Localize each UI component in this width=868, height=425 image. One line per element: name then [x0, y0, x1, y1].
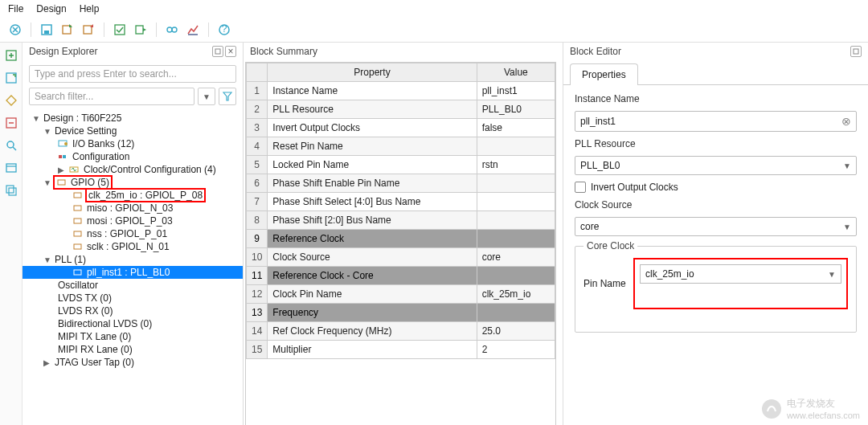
tree-gpio-0[interactable]: clk_25m_io : GPIOL_P_08	[23, 189, 243, 202]
chart-icon[interactable]	[184, 21, 202, 39]
svg-rect-18	[215, 49, 220, 54]
tree-pll-inst1[interactable]: pll_inst1 : PLL_BL0	[23, 266, 243, 279]
tree-pll[interactable]: ▼PLL (1)	[23, 253, 243, 266]
svg-rect-2	[44, 31, 49, 34]
table-row[interactable]: 8Phase Shift [2:0] Bus Name	[247, 211, 555, 230]
help-icon[interactable]: ?	[215, 21, 233, 39]
detach-editor-icon[interactable]	[850, 46, 862, 57]
table-row[interactable]: 2PLL ResourcePLL_BL0	[247, 100, 555, 119]
cancel-icon[interactable]	[6, 21, 24, 39]
diamond-icon[interactable]	[3, 92, 19, 108]
pll-resource-select[interactable]: PLL_BL0▼	[575, 156, 857, 175]
tree-mipirx[interactable]: MIPI RX Lane (0)	[23, 343, 243, 356]
tree-gpio-1[interactable]: miso : GPIOL_N_03	[23, 202, 243, 215]
table-row[interactable]: 9Reference Clock	[247, 230, 555, 248]
main-toolbar: ?	[0, 18, 868, 43]
filter-funnel-icon[interactable]	[219, 88, 236, 105]
search-input[interactable]: Type and press Enter to search...	[29, 65, 236, 83]
filter-dropdown-icon[interactable]: ▼	[198, 88, 215, 105]
svg-rect-22	[63, 155, 66, 158]
tree-device[interactable]: ▼Device Setting	[23, 125, 243, 137]
table-row[interactable]: 11Reference Clock - Core	[247, 267, 555, 285]
svg-point-32	[762, 399, 781, 419]
core-clock-group: Core Clock Pin Name clk_25m_io▼	[575, 246, 857, 333]
instance-name-field[interactable]: pll_inst1⊗	[575, 111, 857, 132]
block-editor-panel: Block Editor Properties Instance Name pl…	[563, 43, 868, 425]
tab-properties[interactable]: Properties	[570, 63, 638, 85]
tree-iobanks[interactable]: I/O Banks (12)	[23, 137, 243, 150]
filter-input[interactable]: Search filter...	[29, 88, 194, 105]
save-icon[interactable]	[38, 21, 55, 39]
chevron-down-icon: ▼	[828, 270, 836, 279]
svg-rect-21	[59, 155, 62, 158]
add2-icon[interactable]	[3, 70, 19, 86]
menu-design[interactable]: Design	[36, 3, 66, 14]
run-icon[interactable]	[132, 21, 149, 39]
table-row[interactable]: 4Reset Pin Name	[247, 137, 555, 156]
design-tree[interactable]: ▼Design : Ti60F225 ▼Device Setting I/O B…	[23, 110, 243, 425]
instance-name-label: Instance Name	[575, 93, 857, 104]
table-row[interactable]: 13Frequency	[247, 304, 555, 322]
menu-help[interactable]: Help	[80, 3, 100, 14]
table-row[interactable]: 3Invert Output Clocksfalse	[247, 119, 555, 137]
tree-gpio-2[interactable]: mosi : GPIOL_P_03	[23, 215, 243, 227]
import-icon[interactable]	[59, 21, 76, 39]
svg-rect-25	[74, 193, 81, 198]
pin-name-label: Pin Name	[583, 278, 628, 289]
svg-text:?: ?	[222, 23, 227, 35]
tree-gpio-3[interactable]: nss : GPIOL_P_01	[23, 227, 243, 240]
table-row[interactable]: 7Phase Shift Select [4:0] Bus Name	[247, 193, 555, 211]
tree-gpio[interactable]: ▼GPIO (5)	[23, 176, 243, 189]
svg-rect-30	[74, 270, 81, 275]
table-row[interactable]: 5Locked Pin Namerstn	[247, 156, 555, 174]
svg-rect-16	[6, 186, 14, 193]
invert-checkbox[interactable]	[575, 182, 586, 193]
tree-lvdstx[interactable]: LVDS TX (0)	[23, 292, 243, 304]
pin-name-select[interactable]: clk_25m_io▼	[640, 264, 841, 284]
clear-icon[interactable]: ⊗	[841, 115, 851, 128]
svg-rect-15	[6, 164, 16, 172]
table-row[interactable]: 6Phase Shift Enable Pin Name	[247, 174, 555, 193]
table-row[interactable]: 14Ref Clock Frequency (MHz)25.0	[247, 322, 555, 341]
tree-jtag[interactable]: ▶JTAG User Tap (0)	[23, 356, 243, 369]
svg-rect-6	[136, 26, 143, 34]
tree-bilvds[interactable]: Bidirectional LVDS (0)	[23, 317, 243, 330]
design-explorer-panel: Design Explorer × Type and press Enter t…	[23, 43, 244, 425]
search-icon[interactable]	[3, 137, 19, 153]
delete-icon[interactable]	[3, 115, 19, 131]
detach-icon[interactable]	[212, 46, 223, 57]
svg-rect-28	[74, 231, 81, 236]
view1-icon[interactable]	[163, 21, 181, 39]
tree-gpio-4[interactable]: sclk : GPIOL_N_01	[23, 240, 243, 253]
svg-rect-17	[9, 188, 16, 195]
tree-lvdsrx[interactable]: LVDS RX (0)	[23, 304, 243, 317]
block-editor-title: Block Editor	[570, 46, 621, 57]
table-row[interactable]: 10Clock Sourcecore	[247, 248, 555, 267]
pll-resource-label: PLL Resource	[575, 138, 857, 149]
svg-rect-29	[74, 244, 81, 249]
chevron-down-icon: ▼	[843, 223, 851, 231]
tree-osc[interactable]: Oscillator	[23, 279, 243, 292]
export-icon[interactable]	[80, 21, 97, 39]
menu-file[interactable]: File	[8, 3, 23, 14]
close-panel-icon[interactable]: ×	[225, 46, 236, 57]
svg-rect-24	[58, 180, 65, 185]
tree-mipitx[interactable]: MIPI TX Lane (0)	[23, 330, 243, 343]
copy-icon[interactable]	[3, 182, 19, 198]
svg-rect-27	[74, 219, 81, 223]
design-explorer-title: Design Explorer	[29, 46, 97, 57]
clock-source-select[interactable]: core▼	[575, 217, 857, 236]
table-row[interactable]: 12Clock Pin Nameclk_25m_io	[247, 285, 555, 304]
table-row[interactable]: 15Multiplier2	[247, 341, 555, 359]
check-icon[interactable]	[111, 21, 129, 39]
svg-point-8	[172, 27, 177, 32]
tree-clkctrl[interactable]: ▶Clock/Control Configuration (4)	[23, 163, 243, 176]
tree-config[interactable]: Configuration	[23, 150, 243, 163]
table-row[interactable]: 1Instance Namepll_inst1	[247, 82, 555, 100]
svg-rect-5	[115, 25, 125, 35]
panel-icon[interactable]	[3, 160, 19, 176]
editor-tabs: Properties	[563, 63, 868, 85]
tree-root[interactable]: ▼Design : Ti60F225	[23, 112, 243, 125]
add-icon[interactable]	[3, 47, 19, 63]
svg-rect-26	[74, 206, 81, 210]
